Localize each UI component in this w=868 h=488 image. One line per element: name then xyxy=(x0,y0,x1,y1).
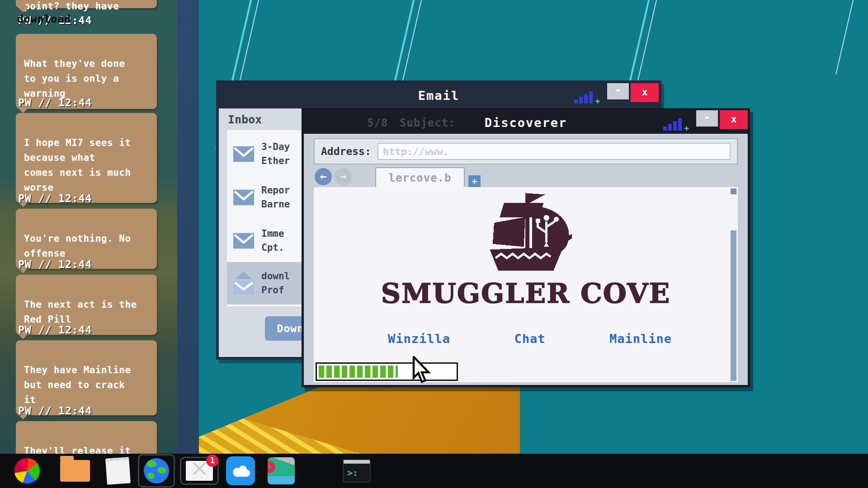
download-progress-bar xyxy=(316,362,458,381)
back-button[interactable]: ← xyxy=(315,168,332,185)
email-sender: Barne xyxy=(261,199,290,210)
site-links: Winzilla Chat Mainline xyxy=(388,332,672,346)
email-subject: 3-Day xyxy=(261,141,290,152)
chat-timestamp: PW // 12:44 xyxy=(18,97,92,108)
email-subject: downl xyxy=(261,271,290,282)
cloud-app-icon[interactable] xyxy=(226,456,255,485)
download-overlay-label: download xyxy=(17,13,71,25)
link-winzilla[interactable]: Winzilla xyxy=(388,332,450,346)
taskbar: 1 >: xyxy=(0,454,868,488)
page-content: SMUGGLER COVE Winzilla Chat Mainline xyxy=(314,187,738,382)
terminal-icon[interactable]: >: xyxy=(343,459,371,483)
chat-message-text: They have Mainline but need to crack it xyxy=(24,365,131,405)
globe-browser-icon[interactable] xyxy=(138,454,175,488)
address-label: Address: xyxy=(321,145,371,157)
chat-message-text: What they've done to you is only a warni… xyxy=(24,58,125,99)
chat-panel-band xyxy=(177,0,199,488)
browser-tab[interactable]: lercove.b xyxy=(375,167,465,188)
email-subject: Repor xyxy=(261,185,290,196)
map-app-icon[interactable] xyxy=(268,457,295,484)
progress-fill xyxy=(319,366,398,378)
mail-app-icon[interactable]: 1 xyxy=(180,457,219,485)
pirate-ship-logo xyxy=(483,190,573,278)
chat-timestamp: PW // 12:44 xyxy=(18,192,92,204)
email-titlebar[interactable]: Email + - x xyxy=(219,83,659,108)
chat-message-text: point? they have xyxy=(24,1,119,12)
chat-bubble: point? they have xyxy=(16,0,157,8)
desktop: point? they have PW // 12:44 download Wh… xyxy=(0,0,868,488)
link-mainline[interactable]: Mainline xyxy=(609,332,672,346)
browser-titlebar[interactable]: Discoverer 5/8 Subject: + - x xyxy=(304,110,748,134)
browser-pinwheel-icon[interactable] xyxy=(13,456,42,485)
envelope-icon xyxy=(233,233,254,249)
chat-message-text: The next act is the Red Pill xyxy=(24,299,137,325)
folder-icon[interactable] xyxy=(60,460,90,482)
email-subject: Imme xyxy=(261,228,284,239)
envelope-icon xyxy=(233,189,254,206)
chat-message-text: You're nothing. No offense xyxy=(24,233,131,259)
email-sender: Ether xyxy=(261,155,290,166)
browser-window: Discoverer 5/8 Subject: + - x Address: ←… xyxy=(302,108,750,387)
notepad-icon[interactable] xyxy=(106,458,130,484)
open-envelope-icon xyxy=(233,272,254,295)
terminal-prompt: >: xyxy=(347,467,358,478)
site-title: SMUGGLER COVE xyxy=(314,277,738,309)
email-sender: Cpt. xyxy=(261,242,284,253)
new-tab-button[interactable]: + xyxy=(468,175,481,188)
link-chat[interactable]: Chat xyxy=(514,332,545,346)
email-counter: 5/8 xyxy=(367,117,388,129)
chat-bubble: I hope MI7 sees it because what comes ne… xyxy=(16,113,157,203)
scroll-top-button[interactable] xyxy=(731,188,736,194)
email-window-title: Email xyxy=(219,89,659,103)
address-input[interactable] xyxy=(377,143,731,160)
forward-button[interactable]: → xyxy=(335,168,352,185)
chat-bubble: They have Mainline but need to crack it xyxy=(16,340,157,415)
envelope-icon xyxy=(233,146,254,162)
chat-message-text: I hope MI7 sees it because what comes ne… xyxy=(24,137,131,193)
email-subject-label: Subject: xyxy=(400,117,456,129)
unread-badge: 1 xyxy=(206,455,218,467)
mouse-cursor xyxy=(412,356,431,383)
chat-panel: point? they have PW // 12:44 download Wh… xyxy=(0,0,199,488)
chat-timestamp: PW // 12:44 xyxy=(18,405,92,417)
address-bar: Address: xyxy=(314,138,738,164)
email-sender: Prof xyxy=(261,285,284,296)
chat-timestamp: PW // 12:44 xyxy=(18,324,92,336)
chat-timestamp: PW // 12:44 xyxy=(18,258,92,270)
inbox-label: Inbox xyxy=(228,113,262,126)
